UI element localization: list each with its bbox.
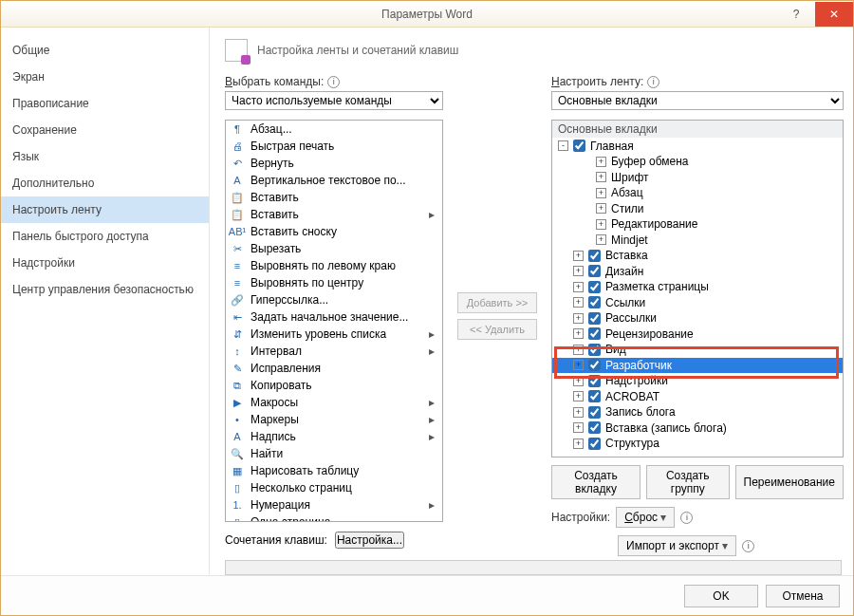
sidebar-item[interactable]: Общие <box>1 37 209 64</box>
tree-checkbox[interactable] <box>588 375 601 387</box>
command-item[interactable]: 🔗Гиперссылка... <box>226 291 442 308</box>
tree-checkbox[interactable] <box>588 390 601 402</box>
commands-listbox[interactable]: ¶Абзац...🖨Быстрая печать↶ВернутьAВертика… <box>225 120 443 522</box>
tree-checkbox[interactable] <box>588 344 601 356</box>
command-item[interactable]: 🔍Найти <box>226 445 442 462</box>
tree-checkbox[interactable] <box>588 281 601 293</box>
tree-checkbox[interactable] <box>573 140 585 152</box>
tree-node[interactable]: +Вид <box>552 342 843 357</box>
new-group-button[interactable]: Создать группу <box>646 465 730 499</box>
choose-commands-combo[interactable]: Часто используемые команды <box>225 91 443 110</box>
rename-button[interactable]: Переименование <box>735 465 845 499</box>
sidebar-item[interactable]: Настроить ленту <box>1 196 209 223</box>
info-icon[interactable]: i <box>647 76 659 88</box>
tree-node[interactable]: +Вставка <box>552 248 843 263</box>
command-item[interactable]: AB¹Вставить сноску <box>226 223 442 240</box>
command-item[interactable]: 📋Вставить <box>226 189 442 206</box>
info-icon[interactable]: i <box>327 76 340 88</box>
expand-icon[interactable]: + <box>573 282 584 292</box>
command-item[interactable]: 1.Нумерация▸ <box>226 496 442 513</box>
tree-node[interactable]: +Редактирование <box>552 216 843 232</box>
expand-icon[interactable]: + <box>573 345 584 355</box>
sidebar-item[interactable]: Экран <box>1 64 209 90</box>
cancel-button[interactable]: Отмена <box>766 585 840 607</box>
help-button[interactable]: ? <box>777 2 815 27</box>
tree-checkbox[interactable] <box>588 327 601 340</box>
expand-icon[interactable]: + <box>573 328 584 339</box>
customize-ribbon-combo[interactable]: Основные вкладки <box>551 91 844 110</box>
command-item[interactable]: ✎Исправления <box>226 360 442 377</box>
tree-checkbox[interactable] <box>588 406 601 419</box>
tree-checkbox[interactable] <box>588 265 601 277</box>
tree-node[interactable]: +Рассылки <box>552 310 843 326</box>
command-item[interactable]: ⇤Задать начальное значение... <box>226 308 442 326</box>
ribbon-tree[interactable]: Основные вкладки -Главная+Буфер обмена+Ш… <box>551 120 844 457</box>
tree-checkbox[interactable] <box>588 296 601 308</box>
command-item[interactable]: ¶Абзац... <box>226 121 442 138</box>
tree-node[interactable]: +Разработчик <box>552 358 843 373</box>
sidebar-item[interactable]: Панель быстрого доступа <box>1 223 209 250</box>
command-item[interactable]: AВертикальное текстовое по... <box>226 172 442 189</box>
command-item[interactable]: ↶Вернуть <box>226 155 442 172</box>
expand-icon[interactable]: + <box>573 313 584 324</box>
expand-icon[interactable]: + <box>573 251 584 261</box>
expand-icon[interactable]: + <box>573 391 584 401</box>
expand-icon[interactable]: + <box>596 157 606 167</box>
expand-icon[interactable]: + <box>596 188 606 198</box>
expand-icon[interactable]: + <box>596 234 606 245</box>
command-item[interactable]: ▯Несколько страниц <box>226 479 442 496</box>
command-item[interactable]: 🖨Быстрая печать <box>226 138 442 155</box>
info-icon[interactable]: i <box>680 512 693 524</box>
command-item[interactable]: ≡Выровнять по центру <box>226 274 442 291</box>
command-item[interactable]: AНадпись▸ <box>226 428 442 445</box>
command-item[interactable]: ↕Интервал▸ <box>226 343 442 360</box>
tree-node[interactable]: +Надстройки <box>552 373 843 388</box>
sidebar-item[interactable]: Центр управления безопасностью <box>1 276 209 303</box>
tree-node[interactable]: +Стили <box>552 201 843 216</box>
command-item[interactable]: ▦Нарисовать таблицу <box>226 462 442 479</box>
command-item[interactable]: ✂Вырезать <box>226 240 442 257</box>
expand-icon[interactable]: + <box>573 422 584 433</box>
tree-node[interactable]: +Абзац <box>552 185 843 200</box>
tree-node[interactable]: +Вставка (запись блога) <box>552 420 843 436</box>
close-button[interactable]: ✕ <box>815 2 853 27</box>
sidebar-item[interactable]: Надстройки <box>1 250 209 276</box>
reset-button[interactable]: Сброс <box>616 507 675 528</box>
tree-node[interactable]: +Разметка страницы <box>552 279 843 294</box>
expand-icon[interactable]: + <box>573 360 584 370</box>
expand-icon[interactable]: + <box>596 172 606 182</box>
tree-checkbox[interactable] <box>588 421 601 434</box>
command-item[interactable]: ⇵Изменить уровень списка▸ <box>226 326 442 343</box>
expand-icon[interactable]: + <box>573 407 584 418</box>
expand-icon[interactable]: + <box>573 297 584 308</box>
tree-node[interactable]: +Ссылки <box>552 295 843 310</box>
sidebar-item[interactable]: Правописание <box>1 90 209 117</box>
expand-icon[interactable]: + <box>596 219 606 230</box>
sidebar-item[interactable]: Дополнительно <box>1 170 209 196</box>
sidebar-item[interactable]: Сохранение <box>1 117 209 143</box>
expand-icon[interactable]: + <box>596 203 606 214</box>
sidebar-item[interactable]: Язык <box>1 143 209 170</box>
import-export-button[interactable]: Импорт и экспорт <box>618 535 736 556</box>
tree-node[interactable]: +Рецензирование <box>552 327 843 342</box>
tree-node[interactable]: +Запись блога <box>552 404 843 420</box>
kbd-customize-button[interactable]: Настройка... <box>335 532 404 549</box>
command-item[interactable]: •Маркеры▸ <box>226 411 442 428</box>
tree-node[interactable]: +Mindjet <box>552 233 843 248</box>
command-item[interactable]: 📋Вставить▸ <box>226 206 442 223</box>
command-item[interactable]: ▶Макросы▸ <box>226 394 442 411</box>
expand-icon[interactable]: + <box>573 439 584 449</box>
command-item[interactable]: ≡Выровнять по левому краю <box>226 257 442 274</box>
tree-node[interactable]: +Буфер обмена <box>552 154 843 169</box>
ok-button[interactable]: OK <box>684 585 758 607</box>
tree-node[interactable]: +ACROBAT <box>552 389 843 404</box>
tree-checkbox[interactable] <box>588 359 601 371</box>
info-icon[interactable]: i <box>742 540 754 552</box>
tree-node[interactable]: -Главная <box>552 139 843 154</box>
new-tab-button[interactable]: Создать вкладку <box>551 465 640 499</box>
expand-icon[interactable]: + <box>573 266 584 276</box>
tree-checkbox[interactable] <box>588 438 601 450</box>
tree-node[interactable]: +Структура <box>552 436 843 451</box>
command-item[interactable]: ⧉Копировать <box>226 377 442 394</box>
tree-checkbox[interactable] <box>588 312 601 325</box>
